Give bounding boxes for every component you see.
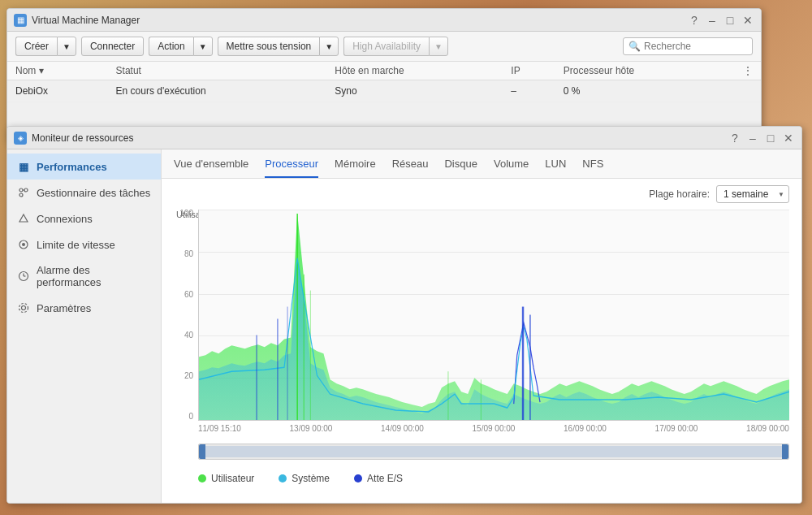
sidebar-item-connections[interactable]: Connexions — [7, 206, 161, 232]
perf-alarm-icon — [17, 270, 30, 283]
action-dropdown-button[interactable]: ▼ — [193, 37, 213, 56]
rm-maximize-button[interactable]: □ — [764, 132, 777, 145]
vm-manager-window: ▦ Virtual Machine Manager ? – □ ✕ Créer … — [6, 8, 762, 142]
x-tick-2: 14/09 00:00 — [381, 424, 424, 433]
tab-nfs[interactable]: NFS — [582, 151, 603, 178]
time-range-label: Plage horaire: — [649, 188, 710, 200]
vm-help-button[interactable]: ? — [688, 14, 701, 27]
col-ip: IP — [503, 62, 555, 80]
vm-table: Nom ▾ Statut Hôte en marche IP Processeu… — [7, 62, 761, 102]
y-tick-60: 60 — [174, 291, 197, 299]
y-axis: 100 80 60 40 20 0 — [174, 210, 197, 421]
rm-minimize-button[interactable]: – — [746, 132, 759, 145]
search-icon: 🔍 — [628, 41, 641, 52]
col-name[interactable]: Nom ▾ — [7, 62, 108, 80]
tab-volume[interactable]: Volume — [494, 151, 529, 178]
task-manager-icon — [17, 186, 30, 199]
vm-host: Syno — [326, 80, 503, 102]
scrollbar-left-handle[interactable] — [199, 444, 205, 459]
legend-user-dot — [198, 474, 206, 483]
sidebar-item-performances[interactable]: ▦ Performances — [7, 154, 161, 180]
legend-user: Utilisateur — [198, 473, 254, 484]
x-tick-5: 17/09 00:00 — [655, 424, 698, 433]
rm-content: Vue d'ensemble Processeur Mémoire Réseau… — [162, 149, 801, 503]
power-button-group: Mettre sous tension ▼ — [218, 37, 339, 56]
chart-legend: Utilisateur Système Atte E/S — [162, 466, 801, 491]
ha-dropdown-button[interactable]: ▼ — [429, 37, 448, 56]
vm-close-button[interactable]: ✕ — [741, 14, 754, 27]
connect-button[interactable]: Connecter — [81, 37, 144, 56]
sidebar-label-settings: Paramètres — [37, 302, 91, 314]
sidebar-item-speed-limit[interactable]: Limite de vitesse — [7, 232, 161, 258]
vm-minimize-button[interactable]: – — [706, 14, 719, 27]
rm-app-icon: ◈ — [14, 132, 27, 145]
svg-point-11 — [19, 304, 28, 313]
legend-system-dot — [279, 474, 287, 483]
rm-help-button[interactable]: ? — [728, 132, 741, 145]
tab-network[interactable]: Réseau — [392, 151, 429, 178]
create-button[interactable]: Créer — [15, 37, 57, 56]
vm-status: En cours d'exécution — [108, 80, 327, 102]
vm-window-title: Virtual Machine Manager — [32, 15, 688, 26]
rm-titlebar: ◈ Moniteur de ressources ? – □ ✕ — [7, 127, 801, 149]
create-dropdown-button[interactable]: ▼ — [57, 37, 76, 56]
vm-app-icon: ▦ — [14, 14, 27, 27]
action-button[interactable]: Action — [149, 37, 192, 56]
ha-button-group: High Availability ▼ — [343, 37, 448, 56]
y-tick-0: 0 — [174, 413, 197, 421]
power-dropdown-button[interactable]: ▼ — [319, 37, 339, 56]
scrollbar-right-handle[interactable] — [782, 444, 788, 459]
svg-point-0 — [19, 188, 23, 192]
y-tick-80: 80 — [174, 250, 197, 258]
col-cpu-host: Processeur hôte — [555, 62, 735, 80]
ha-button[interactable]: High Availability — [343, 37, 429, 56]
y-tick-100: 100 — [174, 210, 197, 218]
vm-cpu-host: 0 % — [555, 80, 735, 102]
legend-system: Système — [279, 473, 330, 484]
tab-disk[interactable]: Disque — [444, 151, 477, 178]
vm-titlebar: ▦ Virtual Machine Manager ? – □ ✕ — [7, 9, 761, 32]
tab-memory[interactable]: Mémoire — [335, 151, 376, 178]
settings-icon — [17, 301, 30, 314]
chart-area — [198, 210, 789, 421]
rm-titlebar-controls: ? – □ ✕ — [728, 132, 795, 145]
tab-processor[interactable]: Processeur — [265, 151, 318, 178]
chart-container: Utilisation (%) 100 80 60 40 20 0 — [162, 210, 801, 437]
sidebar-label-performances: Performances — [37, 161, 107, 173]
chart-scrollbar[interactable] — [198, 444, 789, 460]
rm-body: ▦ Performances Gestionnaire des tâches — [7, 149, 801, 503]
rm-sidebar: ▦ Performances Gestionnaire des tâches — [7, 149, 162, 503]
vm-titlebar-controls: ? – □ ✕ — [688, 14, 754, 27]
rm-close-button[interactable]: ✕ — [782, 132, 795, 145]
col-status: Statut — [108, 62, 327, 80]
x-tick-3: 15/09 00:00 — [473, 424, 516, 433]
tab-overview[interactable]: Vue d'ensemble — [174, 151, 248, 178]
sidebar-item-settings[interactable]: Paramètres — [7, 295, 161, 321]
search-box: 🔍 — [623, 37, 753, 55]
vm-ip: – — [503, 80, 555, 102]
legend-io-wait-label: Atte E/S — [367, 473, 403, 484]
power-button[interactable]: Mettre sous tension — [218, 37, 320, 56]
x-tick-1: 13/09 00:00 — [290, 424, 333, 433]
y-tick-20: 20 — [174, 372, 197, 380]
svg-point-1 — [24, 188, 28, 192]
vm-toolbar: Créer ▼ Connecter Action ▼ Mettre sous t… — [7, 32, 761, 62]
sidebar-label-task-manager: Gestionnaire des tâches — [37, 187, 150, 199]
scrollbar-thumb — [201, 446, 787, 457]
col-more[interactable]: ⋮ — [735, 62, 761, 80]
col-host: Hôte en marche — [326, 62, 503, 80]
rm-window-title: Moniteur de ressources — [32, 132, 728, 144]
vm-maximize-button[interactable]: □ — [723, 14, 736, 27]
x-axis: 11/09 15:10 13/09 00:00 14/09 00:00 15/0… — [198, 421, 789, 433]
time-range-wrapper: 1 heure 1 jour 1 semaine 1 mois — [716, 185, 789, 203]
tab-lun[interactable]: LUN — [545, 151, 566, 178]
speed-limit-icon — [17, 238, 30, 251]
time-range-select[interactable]: 1 heure 1 jour 1 semaine 1 mois — [716, 185, 789, 203]
action-button-group: Action ▼ — [149, 37, 212, 56]
sidebar-item-perf-alarm[interactable]: Alarme des performances — [7, 258, 161, 295]
sidebar-item-task-manager[interactable]: Gestionnaire des tâches — [7, 180, 161, 206]
search-input[interactable] — [644, 41, 747, 52]
table-row[interactable]: DebiOx En cours d'exécution Syno – 0 % — [7, 80, 761, 102]
sidebar-label-speed-limit: Limite de vitesse — [37, 239, 115, 251]
y-tick-40: 40 — [174, 331, 197, 340]
